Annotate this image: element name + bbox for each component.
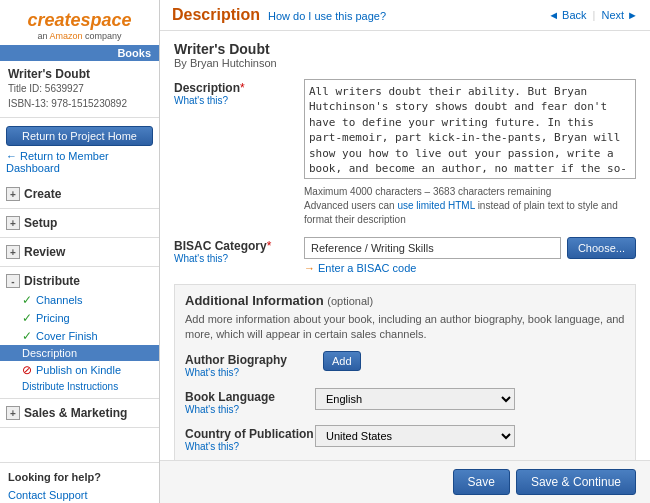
kindle-error-icon: ⊘ — [22, 363, 32, 377]
distribute-instructions-link[interactable]: Distribute Instructions — [0, 379, 159, 394]
book-language-label: Book Language What's this? — [185, 388, 315, 415]
how-to-use-link[interactable]: How do I use this page? — [268, 10, 386, 22]
country-whats-this[interactable]: What's this? — [185, 441, 315, 452]
author-bio-whats-this[interactable]: What's this? — [185, 367, 315, 378]
description-label-text: Description — [174, 81, 240, 95]
country-row: Country of Publication What's this? Unit… — [185, 425, 625, 452]
sales-icon: + — [6, 406, 20, 420]
sidebar: createspace an Amazon company Books Writ… — [0, 0, 160, 503]
description-hint: Maximum 4000 characters – 3683 character… — [304, 185, 636, 227]
book-language-row: Book Language What's this? English Spani… — [185, 388, 625, 415]
sidebar-title-id: Title ID: 5639927 — [8, 81, 151, 96]
bisac-whats-this[interactable]: What's this? — [174, 253, 304, 264]
enter-bisac-link[interactable]: → Enter a BISAC code — [304, 262, 636, 274]
additional-info-section: Additional Information (optional) Add mo… — [174, 284, 636, 460]
pricing-check-icon: ✓ — [22, 311, 32, 325]
country-control: United States United Kingdom Canada Aust… — [315, 425, 625, 447]
distribute-label: Distribute — [24, 274, 80, 288]
book-author: By Bryan Hutchinson — [174, 57, 636, 69]
author-bio-add-btn[interactable]: Add — [323, 351, 361, 371]
channels-link[interactable]: Channels — [36, 294, 82, 306]
review-icon: + — [6, 245, 20, 259]
nav-publish-kindle[interactable]: ⊘ Publish on Kindle — [0, 361, 159, 379]
book-language-label-text: Book Language — [185, 390, 275, 404]
nav-review-section: + Review — [0, 238, 159, 267]
bisac-label: BISAC Category* What's this? — [174, 237, 304, 264]
nav-create-header[interactable]: + Create — [0, 184, 159, 204]
page-title: Description — [172, 6, 260, 24]
desc-html-link[interactable]: use limited HTML — [397, 200, 474, 211]
description-required: * — [240, 81, 245, 95]
description-link[interactable]: Description — [22, 347, 77, 359]
bisac-input-row: Choose... — [304, 237, 636, 259]
nav-create-label: Create — [24, 187, 61, 201]
bisac-required: * — [267, 239, 272, 253]
back-link[interactable]: ◄ Back — [548, 9, 586, 21]
bisac-row: BISAC Category* What's this? Choose... →… — [174, 237, 636, 274]
cover-finish-check-icon: ✓ — [22, 329, 32, 343]
description-label: Description* What's this? — [174, 79, 304, 106]
description-row: Description* What's this? All writers do… — [174, 79, 636, 227]
nav-arrows: ◄ Back | Next ► — [548, 9, 638, 21]
nav-setup-label: Setup — [24, 216, 57, 230]
logo-area: createspace an Amazon company — [0, 0, 159, 45]
nav-setup-section: + Setup — [0, 209, 159, 238]
sidebar-book-title: Writer's Doubt — [8, 67, 151, 81]
logo: createspace — [8, 10, 151, 31]
create-icon: + — [6, 187, 20, 201]
nav-separator: | — [593, 9, 596, 21]
nav-distribute-section: - Distribute ✓ Channels ✓ Pricing ✓ Cove… — [0, 267, 159, 399]
nav-sales-header[interactable]: + Sales & Marketing — [0, 403, 159, 423]
logo-sub-text: an Amazon company — [37, 31, 121, 41]
form-footer: Save Save & Continue — [160, 460, 650, 503]
bisac-choose-btn[interactable]: Choose... — [567, 237, 636, 259]
enter-bisac-text: Enter a BISAC code — [318, 262, 416, 274]
setup-icon: + — [6, 216, 20, 230]
additional-info-title: Additional Information (optional) — [185, 293, 625, 308]
description-whats-this[interactable]: What's this? — [174, 95, 304, 106]
channels-check-icon: ✓ — [22, 293, 32, 307]
nav-pricing[interactable]: ✓ Pricing — [0, 309, 159, 327]
pricing-link[interactable]: Pricing — [36, 312, 70, 324]
desc-hint-html: Advanced users can — [304, 200, 395, 211]
author-bio-label: Author Biography What's this? — [185, 351, 315, 378]
return-member-link[interactable]: ← Return to Member Dashboard — [6, 150, 153, 174]
distribute-header[interactable]: - Distribute — [0, 271, 159, 291]
return-project-btn[interactable]: Return to Project Home — [6, 126, 153, 146]
main-header: Description How do I use this page? ◄ Ba… — [160, 0, 650, 31]
additional-info-optional: (optional) — [327, 295, 373, 307]
additional-info-desc: Add more information about your book, in… — [185, 312, 625, 343]
sidebar-isbn: ISBN-13: 978-1515230892 — [8, 96, 151, 111]
nav-review-label: Review — [24, 245, 65, 259]
bisac-input[interactable] — [304, 237, 561, 259]
books-tab[interactable]: Books — [0, 45, 159, 61]
bisac-control: Choose... → Enter a BISAC code — [304, 237, 636, 274]
nav-cover-finish[interactable]: ✓ Cover Finish — [0, 327, 159, 345]
main-content: Description How do I use this page? ◄ Ba… — [160, 0, 650, 503]
bisac-arrow-icon: → — [304, 262, 315, 274]
book-language-select[interactable]: English Spanish French German Other — [315, 388, 515, 410]
book-language-whats-this[interactable]: What's this? — [185, 404, 315, 415]
publish-kindle-link[interactable]: Publish on Kindle — [36, 364, 121, 376]
nav-setup-header[interactable]: + Setup — [0, 213, 159, 233]
author-bio-control: Add — [315, 351, 625, 371]
save-continue-btn[interactable]: Save & Continue — [516, 469, 636, 495]
desc-hint-max: Maximum 4000 characters – 3683 character… — [304, 186, 551, 197]
nav-review-header[interactable]: + Review — [0, 242, 159, 262]
looking-help: Looking for help? — [0, 462, 159, 487]
save-btn[interactable]: Save — [453, 469, 510, 495]
next-link[interactable]: Next ► — [601, 9, 638, 21]
nav-description[interactable]: Description — [0, 345, 159, 361]
contact-support-link[interactable]: Contact Support — [0, 487, 159, 503]
description-textarea[interactable]: All writers doubt their ability. But Bry… — [304, 79, 636, 179]
book-header: Writer's Doubt By Bryan Hutchinson — [174, 41, 636, 69]
country-label-text: Country of Publication — [185, 427, 314, 441]
cover-finish-link[interactable]: Cover Finish — [36, 330, 98, 342]
author-bio-label-text: Author Biography — [185, 353, 287, 367]
nav-channels[interactable]: ✓ Channels — [0, 291, 159, 309]
additional-info-title-text: Additional Information — [185, 293, 324, 308]
description-control: All writers doubt their ability. But Bry… — [304, 79, 636, 227]
country-select[interactable]: United States United Kingdom Canada Aust… — [315, 425, 515, 447]
book-info: Writer's Doubt Title ID: 5639927 ISBN-13… — [0, 61, 159, 118]
nav-create-section: + Create — [0, 180, 159, 209]
